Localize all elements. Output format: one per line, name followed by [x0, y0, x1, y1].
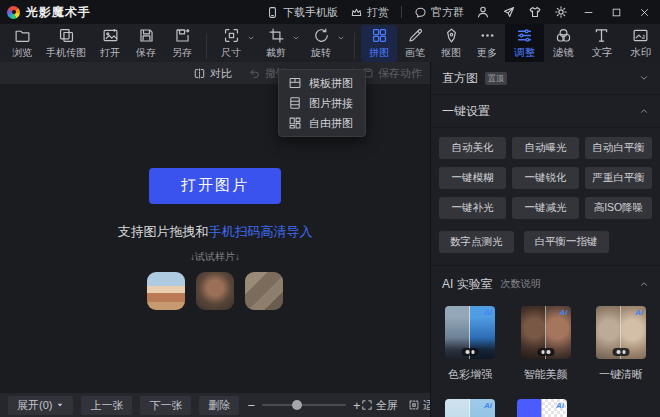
free-collage-icon — [288, 116, 302, 130]
save-as-button[interactable]: 另存 — [164, 25, 200, 62]
ai-badge: Ai — [484, 401, 492, 410]
crop-button[interactable]: 裁剪 — [258, 25, 294, 62]
auto-white-balance-button[interactable]: 自动白平衡 — [585, 137, 652, 159]
ai-features-row: Ai 色彩增强 Ai 智能美颜 — [431, 302, 660, 382]
tab-filter[interactable]: 滤镜 — [544, 24, 583, 62]
save-action-button[interactable]: 保存动作 — [362, 66, 422, 81]
undo-arrow-icon — [248, 67, 261, 80]
zoom-slider[interactable] — [262, 404, 346, 406]
onekey-fill-light-button[interactable]: 一键补光 — [439, 197, 506, 219]
zoom-slider-knob[interactable] — [292, 400, 302, 410]
fullscreen-icon — [361, 399, 373, 411]
severe-white-balance-button[interactable]: 严重白平衡 — [585, 167, 652, 189]
official-group-button[interactable]: 官方群 — [414, 5, 464, 20]
menu-item-image-stitch[interactable]: 图片拼接 — [279, 93, 365, 113]
menu-item-template-collage[interactable]: 模板拼图 — [279, 73, 365, 93]
tab-adjust[interactable]: 调整 — [505, 24, 544, 62]
minimize-button[interactable] — [580, 4, 596, 20]
compare-split-icon — [193, 67, 206, 80]
ai-feature-thumb-partial[interactable]: Ai — [517, 399, 567, 417]
ai-clarity-thumb[interactable]: Ai — [596, 306, 646, 359]
menu-item-free-collage[interactable]: 自由拼图 — [279, 113, 365, 133]
ai-smart-beauty-thumb[interactable]: Ai — [521, 306, 571, 359]
theme-skin-icon[interactable] — [528, 5, 542, 19]
cutout-button[interactable]: 抠图 — [433, 25, 469, 62]
open-image-button[interactable]: 打开图片 — [149, 168, 281, 204]
histogram-section-header[interactable]: 直方图 置顶 — [431, 62, 660, 95]
ai-usage-info-link[interactable]: 次数说明 — [501, 277, 541, 291]
compare-toggle-icon[interactable] — [537, 348, 554, 356]
brush-button[interactable]: 画笔 — [397, 25, 433, 62]
more-dots-icon — [479, 27, 496, 44]
filter-circles-icon — [555, 27, 572, 44]
onekey-dim-light-button[interactable]: 一键减光 — [512, 197, 579, 219]
onekey-buttons-grid: 自动美化 自动曝光 自动白平衡 一键模糊 一键锐化 严重白平衡 一键补光 一键减… — [431, 128, 660, 219]
rotate-icon — [313, 27, 330, 44]
histogram-pin-badge[interactable]: 置顶 — [485, 72, 507, 85]
chevron-up-icon[interactable] — [639, 106, 649, 116]
next-image-button[interactable]: 下一张 — [140, 396, 191, 415]
ai-color-enhance-thumb[interactable]: Ai — [445, 306, 495, 359]
size-button[interactable]: 尺寸 — [213, 25, 249, 62]
download-mobile-button[interactable]: 下载手机版 — [266, 5, 338, 20]
sample-image-beach[interactable] — [147, 272, 185, 310]
high-iso-denoise-button[interactable]: 高ISO降噪 — [585, 197, 652, 219]
open-button[interactable]: 打开 — [92, 25, 128, 62]
drag-hint: 支持图片拖拽和手机扫码高清导入 — [118, 223, 313, 241]
more-button[interactable]: 更多 — [469, 25, 505, 62]
save-button[interactable]: 保存 — [128, 25, 164, 62]
auto-exposure-button[interactable]: 自动曝光 — [512, 137, 579, 159]
pen-nib-icon — [443, 27, 460, 44]
onekey-buttons-row: 数字点测光 白平衡一指键 — [431, 219, 660, 265]
zoom-in-button[interactable]: + — [353, 399, 361, 412]
zoom-out-button[interactable]: − — [247, 399, 255, 412]
toolbar-separator — [206, 33, 207, 59]
reward-button[interactable]: 打赏 — [350, 5, 389, 20]
ai-feature-thumb-partial[interactable]: Ai — [445, 399, 495, 417]
auto-beautify-button[interactable]: 自动美化 — [439, 137, 506, 159]
ai-badge: Ai — [556, 401, 564, 410]
prev-image-button[interactable]: 上一张 — [81, 396, 132, 415]
rotate-dropdown-caret[interactable] — [337, 25, 345, 62]
onekey-section-header[interactable]: 一键设置 — [431, 95, 660, 128]
chevron-down-icon[interactable] — [639, 73, 649, 83]
compare-toggle-icon[interactable] — [462, 348, 479, 356]
settings-gear-icon[interactable] — [554, 5, 568, 19]
fit-screen-icon — [408, 399, 420, 411]
size-dropdown-caret[interactable] — [247, 25, 255, 62]
compare-toggle-icon[interactable] — [613, 348, 630, 356]
toolbar-separator — [354, 33, 355, 59]
floppy-icon — [138, 27, 155, 44]
crop-dropdown-caret[interactable] — [292, 25, 300, 62]
digital-spot-metering-button[interactable]: 数字点测光 — [439, 231, 514, 253]
chevron-up-icon[interactable] — [639, 279, 649, 289]
close-button[interactable] — [636, 4, 652, 20]
ai-features-row-2: Ai Ai — [431, 382, 660, 417]
browse-button[interactable]: 浏览 — [4, 25, 40, 62]
text-t-icon — [593, 27, 610, 44]
fullscreen-button[interactable]: 全屏 — [361, 398, 398, 413]
sample-image-portrait[interactable] — [196, 272, 234, 310]
white-balance-one-touch-button[interactable]: 白平衡一指键 — [524, 231, 609, 253]
delete-image-button[interactable]: 删除 — [199, 396, 239, 415]
expand-filmstrip-button[interactable]: 展开(0) — [8, 396, 73, 415]
share-icon[interactable] — [502, 5, 516, 19]
phone-upload-button[interactable]: 手机传图 — [40, 25, 92, 62]
onekey-blur-button[interactable]: 一键模糊 — [439, 167, 506, 189]
copy-frames-icon — [58, 27, 75, 44]
chat-bubble-icon — [414, 6, 427, 19]
collage-button[interactable]: 拼图 — [361, 25, 397, 62]
zoom-controls: − + — [247, 399, 360, 412]
tab-watermark[interactable]: 水印 — [621, 24, 660, 62]
onekey-sharpen-button[interactable]: 一键锐化 — [512, 167, 579, 189]
maximize-button[interactable] — [608, 4, 624, 20]
template-collage-icon — [288, 76, 302, 90]
compare-button[interactable]: 对比 — [193, 66, 232, 81]
phone-scan-import-link[interactable]: 手机扫码高清导入 — [209, 224, 313, 239]
sample-image-desk[interactable] — [245, 272, 283, 310]
rotate-button[interactable]: 旋转 — [303, 25, 339, 62]
ai-feature-color-enhance: Ai 色彩增强 — [445, 306, 495, 382]
tab-text[interactable]: 文字 — [583, 24, 622, 62]
ai-lab-section-header[interactable]: AI 实验室 次数说明 — [431, 266, 660, 302]
user-account-icon[interactable] — [476, 5, 490, 19]
